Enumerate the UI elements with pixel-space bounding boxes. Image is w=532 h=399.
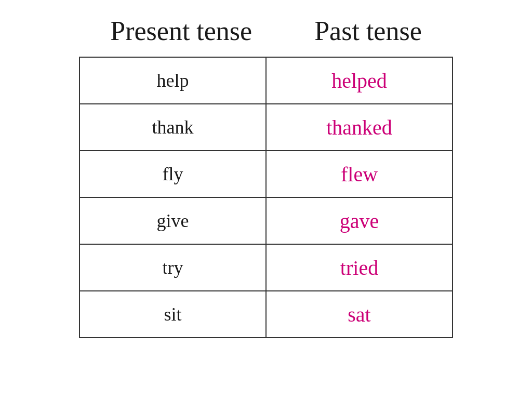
present-tense-cell: help [80, 58, 267, 103]
table-row: thankthanked [80, 104, 452, 151]
past-tense-cell: thanked [267, 104, 452, 150]
present-tense-cell: thank [80, 104, 267, 150]
past-tense-cell: sat [267, 291, 452, 337]
past-tense-cell: gave [267, 198, 452, 244]
page-header: Present tense Past tense [0, 0, 532, 57]
table-row: helphelped [80, 58, 452, 104]
present-tense-cell: give [80, 198, 267, 244]
table-row: sitsat [80, 291, 452, 337]
present-tense-cell: try [80, 245, 267, 290]
tense-table: helphelpedthankthankedflyflewgivegavetry… [79, 57, 453, 338]
present-tense-cell: sit [80, 291, 267, 337]
past-tense-cell: tried [267, 245, 452, 290]
past-tense-cell: helped [267, 58, 452, 103]
past-tense-heading: Past tense [314, 16, 422, 46]
present-tense-cell: fly [80, 151, 267, 197]
table-row: givegave [80, 198, 452, 245]
table-row: trytried [80, 245, 452, 291]
present-tense-heading: Present tense [110, 16, 252, 46]
table-row: flyflew [80, 151, 452, 198]
past-tense-cell: flew [267, 151, 452, 197]
